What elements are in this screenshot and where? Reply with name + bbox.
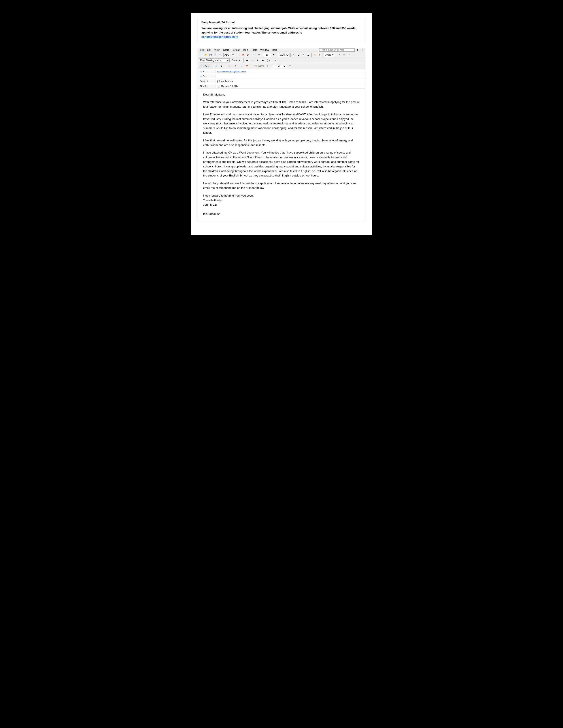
open-btn[interactable]: 📂 [203, 53, 208, 57]
undo-btn[interactable]: ↩ [252, 53, 256, 57]
send-icon: 📨 [201, 65, 204, 68]
align-left-btn[interactable]: ≡ [292, 53, 296, 57]
align-right-btn[interactable]: ≡ [301, 53, 306, 57]
page-container: Sample email: 2A formal You are looking … [191, 13, 372, 235]
format-select[interactable]: HTML [273, 64, 287, 68]
help-search-input[interactable] [319, 48, 355, 52]
paragraph1: With reference to your advertisement in … [203, 100, 360, 109]
markup-prev[interactable]: ◀ [245, 58, 249, 63]
spelling-btn[interactable]: ABC [224, 53, 229, 57]
attach-label: Attach... [198, 84, 215, 88]
to-email-link[interactable]: schoolofenglish@info.com [217, 70, 246, 73]
attach-file-btn[interactable]: 📎 [214, 64, 218, 68]
menu-edit[interactable]: Edit [206, 48, 212, 51]
to-value[interactable]: schoolofenglish@info.com [215, 70, 365, 73]
subject-label: Subject: [198, 79, 215, 83]
sample-box: Sample email: 2A formal You are looking … [197, 18, 366, 42]
highlight-btn[interactable]: A [313, 53, 317, 57]
markup-comment[interactable]: 💬 [266, 58, 270, 63]
redo-btn[interactable]: ↪ [257, 53, 261, 57]
subject-value[interactable]: job application [215, 79, 365, 83]
pen-btn[interactable]: ✎ [342, 53, 347, 57]
markup-reject[interactable]: ✗ [255, 58, 260, 63]
markup-bar: Final Showing Markup Show ▼ ◀ ✓ ✗ ▶ 💬 » [198, 58, 365, 63]
markup-more[interactable]: » [273, 58, 278, 63]
sample-instructions: You are looking for an interesting and c… [201, 26, 362, 39]
more-btn[interactable]: » [337, 53, 342, 57]
closing2: Yours faithfully, [203, 198, 360, 203]
cc-icon: 📧 [199, 75, 202, 78]
instructions-text: You are looking for an interesting and c… [201, 26, 356, 34]
sep2 [230, 53, 230, 57]
menu-tools[interactable]: Tools [241, 48, 250, 51]
align-center-btn[interactable]: ☰ [296, 53, 301, 57]
cc-label: 📧 Cc... [198, 75, 215, 78]
sep6 [290, 53, 291, 57]
new-btn[interactable]: 📄 [199, 53, 203, 57]
send-button[interactable]: 📨 Send [199, 64, 212, 68]
help-search-area: ▼ ✕ [319, 48, 364, 52]
markup-select[interactable]: Final Showing Markup [199, 58, 229, 62]
check-names-btn[interactable]: 📖 [227, 64, 232, 68]
closing4 [203, 207, 360, 212]
email-body: Dear Sir/Madam, With reference to your a… [198, 89, 365, 222]
paragraph4: I have attached my CV as a Word document… [203, 150, 360, 178]
menu-insert[interactable]: Insert [221, 48, 230, 51]
markup-accept[interactable]: ✓ [250, 58, 254, 63]
format-dropdown-btn[interactable]: ▼ [288, 64, 292, 68]
paste-btn[interactable]: 📌 [241, 53, 245, 57]
sample-email-link[interactable]: schoolofenglish@info.com [201, 35, 238, 38]
sep11 [272, 58, 272, 62]
attachment-filename: CV.doc (10 KB) [221, 85, 237, 87]
attach-dropdown[interactable]: ▼ [219, 64, 224, 68]
send-label: Send [205, 65, 210, 68]
font-size-input[interactable] [263, 53, 271, 57]
paragraph5: I would be grateful if you would conside… [203, 181, 360, 190]
zoom-select[interactable]: 100% [278, 53, 290, 57]
cut-btn[interactable]: ✂ [231, 53, 235, 57]
markup-next[interactable]: ▶ [261, 58, 265, 63]
paragraph-btn[interactable]: ¶ [317, 53, 322, 57]
zoom2-select[interactable]: 100% [324, 53, 335, 57]
toolbar-main: 📄 📂 💾 🖨 🔍 ABC ✂ 📋 📌 🖌 ↩ ↪ ▼ 100% ≡ ☰ [198, 52, 365, 58]
cc-value[interactable] [215, 76, 365, 77]
sep10 [243, 58, 243, 62]
copy-btn[interactable]: 📋 [236, 53, 240, 57]
greeting: Dear Sir/Madam, [203, 92, 360, 97]
sep1 [223, 53, 224, 57]
print-btn[interactable]: 🖨 [213, 53, 218, 57]
menu-view[interactable]: View [213, 48, 221, 51]
options-icon: 📋 [254, 65, 257, 67]
sep8 [323, 53, 323, 57]
options-label: Options... [257, 65, 266, 67]
sep5 [277, 53, 277, 57]
format-painter-btn[interactable]: 🖌 [245, 53, 250, 57]
menu-file[interactable]: File [199, 48, 205, 51]
menu-help[interactable]: Help [271, 48, 278, 51]
menu-window[interactable]: Window [259, 48, 270, 51]
font-size-dropdown[interactable]: ▼ [271, 53, 276, 57]
closing1: I look forward to hearing from you soon. [203, 193, 360, 198]
attachment-icon: 📄 [217, 85, 221, 87]
show-btn[interactable]: Show ▼ [230, 58, 242, 63]
to-icon: 📧 [199, 70, 202, 73]
menu-x-btn[interactable]: ✕ [361, 49, 364, 51]
menu-table[interactable]: Table [250, 48, 258, 51]
print-preview-btn[interactable]: 🔍 [218, 53, 222, 57]
flag-btn[interactable]: 🚩 [245, 64, 249, 68]
justify-btn[interactable]: ☰ [306, 53, 311, 57]
cc-row: 📧 Cc... [198, 74, 365, 79]
subject-row: Subject: job application [198, 79, 365, 84]
menu-bar: File Edit View Insert Format Tools Table… [198, 48, 365, 52]
paragraph2: I am 22 years old and I am currently stu… [203, 112, 360, 135]
options-btn[interactable]: 📋 Options... ▼ [253, 64, 269, 68]
send-bar: 📨 Send 📎 ▼ 📖 ! ↓ 🚩 📋 Options... ▼ HTML ▼ [198, 63, 365, 69]
priority-high-btn[interactable]: ! [233, 64, 238, 68]
menu-close-btn[interactable]: ▼ [356, 49, 360, 51]
priority-low-btn[interactable]: ↓ [239, 64, 243, 68]
sep14 [271, 64, 271, 68]
menu-items: File Edit View Insert Format Tools Table… [199, 48, 278, 51]
more2-btn[interactable]: » [347, 53, 351, 57]
save-btn[interactable]: 💾 [208, 53, 213, 57]
menu-format[interactable]: Format [230, 48, 241, 51]
